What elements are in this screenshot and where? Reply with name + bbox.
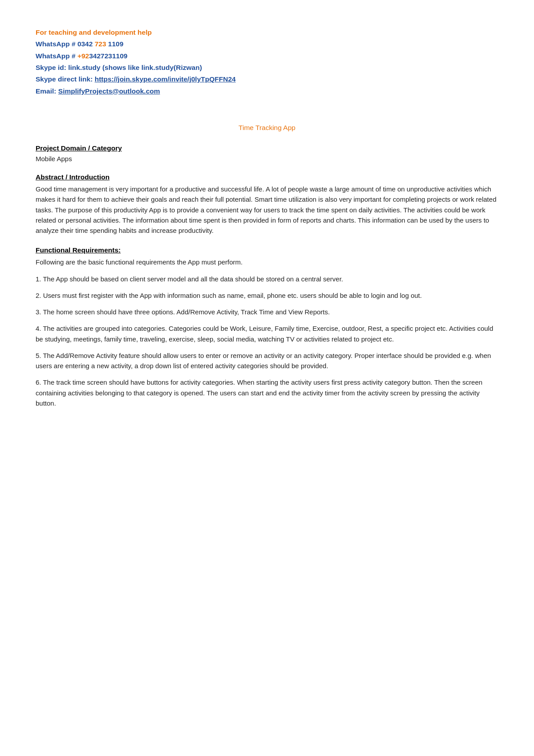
skype-id-label: Skype id: bbox=[36, 64, 68, 71]
page-title: Time Tracking App bbox=[36, 124, 498, 132]
header-line-1: For teaching and development help bbox=[36, 27, 498, 38]
project-domain-section: Project Domain / Category Mobile Apps bbox=[36, 144, 498, 163]
header-line-4: Skype id: link.study (shows like link.st… bbox=[36, 62, 498, 73]
functional-item-5: 5. The Add/Remove Activity feature shoul… bbox=[36, 350, 498, 371]
header-line-5: Skype direct link: https://join.skype.co… bbox=[36, 73, 498, 85]
whatsapp-num1c: 1109 bbox=[106, 40, 124, 48]
whatsapp-label-2: WhatsApp # bbox=[36, 52, 77, 60]
functional-item-2: 2. Users must first register with the Ap… bbox=[36, 290, 498, 301]
email-label: Email: bbox=[36, 87, 58, 95]
functional-item-6: 6. The track time screen should have but… bbox=[36, 377, 498, 408]
whatsapp-num2b: 3427231109 bbox=[89, 52, 127, 60]
functional-item-1: 1. The App should be based on client ser… bbox=[36, 274, 498, 284]
functional-requirements-intro: Following are the basic functional requi… bbox=[36, 257, 498, 267]
whatsapp-num1b: 723 bbox=[95, 40, 106, 48]
functional-item-4: 4. The activities are grouped into categ… bbox=[36, 323, 498, 344]
skype-id-value: link.study bbox=[68, 64, 100, 71]
header-line-2: WhatsApp # 0342 723 1109 bbox=[36, 38, 498, 50]
teaching-help-text: For teaching and development help bbox=[36, 28, 152, 36]
whatsapp-num2a: +92 bbox=[77, 52, 89, 60]
abstract-heading: Abstract / Introduction bbox=[36, 173, 498, 181]
header-line-3: WhatsApp # +923427231109 bbox=[36, 50, 498, 62]
functional-item-3: 3. The home screen should have three opt… bbox=[36, 307, 498, 317]
header-line-6: Email: SimplifyProjects@outlook.com bbox=[36, 85, 498, 97]
project-domain-value: Mobile Apps bbox=[36, 155, 498, 163]
skype-id-suffix: (shows like link.study(Rizwan) bbox=[101, 64, 202, 71]
email-link[interactable]: SimplifyProjects@outlook.com bbox=[58, 87, 160, 95]
project-domain-heading: Project Domain / Category bbox=[36, 144, 498, 152]
header-section: For teaching and development help WhatsA… bbox=[36, 27, 498, 97]
abstract-section: Abstract / Introduction Good time manage… bbox=[36, 173, 498, 236]
abstract-text: Good time management is very important f… bbox=[36, 184, 498, 236]
functional-requirements-heading: Functional Requirements: bbox=[36, 246, 498, 254]
whatsapp-num1a: 0342 bbox=[77, 40, 95, 48]
whatsapp-label-1: WhatsApp # bbox=[36, 40, 77, 48]
skype-link[interactable]: https://join.skype.com/invite/j0lyTpQFFN… bbox=[95, 75, 236, 83]
skype-link-label: Skype direct link: bbox=[36, 75, 95, 83]
functional-requirements-section: Functional Requirements: Following are t… bbox=[36, 246, 498, 408]
page: For teaching and development help WhatsA… bbox=[0, 0, 534, 756]
